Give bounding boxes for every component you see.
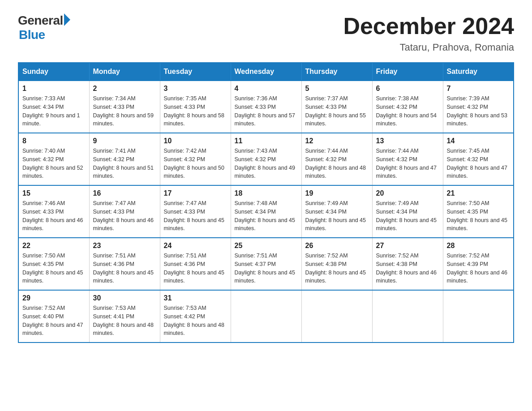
- calendar-body: 1Sunrise: 7:33 AMSunset: 4:34 PMDaylight…: [18, 81, 514, 342]
- logo-blue-text: Blue: [19, 28, 45, 42]
- header-wednesday: Wednesday: [231, 63, 301, 81]
- header-saturday: Saturday: [443, 63, 514, 81]
- day-info: Sunrise: 7:49 AMSunset: 4:34 PMDaylight:…: [376, 200, 437, 231]
- calendar-cell: 1Sunrise: 7:33 AMSunset: 4:34 PMDaylight…: [18, 81, 89, 133]
- day-number: 29: [22, 294, 86, 302]
- calendar-cell: 16Sunrise: 7:47 AMSunset: 4:33 PMDayligh…: [89, 185, 160, 238]
- calendar-cell: 9Sunrise: 7:41 AMSunset: 4:32 PMDaylight…: [89, 133, 160, 185]
- day-info: Sunrise: 7:52 AMSunset: 4:40 PMDaylight:…: [22, 305, 83, 336]
- day-number: 14: [447, 137, 510, 145]
- calendar-cell: 17Sunrise: 7:47 AMSunset: 4:33 PMDayligh…: [160, 185, 231, 238]
- day-number: 17: [164, 189, 227, 197]
- day-info: Sunrise: 7:53 AMSunset: 4:41 PMDaylight:…: [93, 305, 154, 336]
- day-info: Sunrise: 7:42 AMSunset: 4:32 PMDaylight:…: [164, 148, 225, 179]
- calendar-cell: 25Sunrise: 7:51 AMSunset: 4:37 PMDayligh…: [231, 238, 301, 290]
- day-info: Sunrise: 7:52 AMSunset: 4:38 PMDaylight:…: [376, 253, 437, 284]
- week-row-5: 29Sunrise: 7:52 AMSunset: 4:40 PMDayligh…: [18, 290, 514, 342]
- day-number: 27: [376, 242, 439, 250]
- day-info: Sunrise: 7:51 AMSunset: 4:37 PMDaylight:…: [235, 253, 296, 284]
- calendar-cell: 27Sunrise: 7:52 AMSunset: 4:38 PMDayligh…: [372, 238, 443, 290]
- header-monday: Monday: [89, 63, 160, 81]
- day-number: 4: [235, 85, 298, 93]
- day-number: 1: [22, 85, 86, 93]
- calendar-cell: 12Sunrise: 7:44 AMSunset: 4:32 PMDayligh…: [301, 133, 372, 185]
- logo-triangle-icon: [64, 13, 70, 26]
- week-row-3: 15Sunrise: 7:46 AMSunset: 4:33 PMDayligh…: [18, 185, 514, 238]
- calendar-cell: 21Sunrise: 7:50 AMSunset: 4:35 PMDayligh…: [443, 185, 514, 238]
- day-number: 28: [447, 242, 510, 250]
- day-number: 20: [376, 189, 439, 197]
- day-number: 5: [305, 85, 369, 93]
- day-number: 22: [22, 242, 86, 250]
- calendar-table: SundayMondayTuesdayWednesdayThursdayFrid…: [18, 62, 514, 343]
- day-info: Sunrise: 7:48 AMSunset: 4:34 PMDaylight:…: [235, 200, 296, 231]
- day-info: Sunrise: 7:53 AMSunset: 4:42 PMDaylight:…: [164, 305, 225, 336]
- calendar-cell: 8Sunrise: 7:40 AMSunset: 4:32 PMDaylight…: [18, 133, 89, 185]
- calendar-cell: 14Sunrise: 7:45 AMSunset: 4:32 PMDayligh…: [443, 133, 514, 185]
- day-info: Sunrise: 7:44 AMSunset: 4:32 PMDaylight:…: [305, 148, 366, 179]
- day-info: Sunrise: 7:51 AMSunset: 4:36 PMDaylight:…: [93, 253, 154, 284]
- calendar-cell: 6Sunrise: 7:38 AMSunset: 4:32 PMDaylight…: [372, 81, 443, 133]
- day-number: 11: [235, 137, 298, 145]
- day-info: Sunrise: 7:34 AMSunset: 4:33 PMDaylight:…: [93, 95, 154, 127]
- day-info: Sunrise: 7:50 AMSunset: 4:35 PMDaylight:…: [22, 253, 83, 284]
- day-number: 10: [164, 137, 227, 145]
- logo-top: General: [18, 13, 70, 28]
- calendar-cell: 30Sunrise: 7:53 AMSunset: 4:41 PMDayligh…: [89, 290, 160, 342]
- day-number: 18: [235, 189, 298, 197]
- day-number: 21: [447, 189, 510, 197]
- day-number: 2: [93, 85, 156, 93]
- calendar-cell: 19Sunrise: 7:49 AMSunset: 4:34 PMDayligh…: [301, 185, 372, 238]
- week-row-1: 1Sunrise: 7:33 AMSunset: 4:34 PMDaylight…: [18, 81, 514, 133]
- calendar-cell: [231, 290, 301, 342]
- day-number: 19: [305, 189, 369, 197]
- day-number: 7: [447, 85, 510, 93]
- logo: General Blue: [18, 13, 70, 42]
- calendar-cell: [301, 290, 372, 342]
- calendar-cell: 22Sunrise: 7:50 AMSunset: 4:35 PMDayligh…: [18, 238, 89, 290]
- day-info: Sunrise: 7:45 AMSunset: 4:32 PMDaylight:…: [447, 148, 508, 179]
- week-row-2: 8Sunrise: 7:40 AMSunset: 4:32 PMDaylight…: [18, 133, 514, 185]
- calendar-cell: 11Sunrise: 7:43 AMSunset: 4:32 PMDayligh…: [231, 133, 301, 185]
- day-number: 30: [93, 294, 156, 302]
- day-info: Sunrise: 7:47 AMSunset: 4:33 PMDaylight:…: [164, 200, 225, 231]
- calendar-header: SundayMondayTuesdayWednesdayThursdayFrid…: [18, 63, 514, 81]
- month-title: December 2024: [343, 13, 514, 39]
- calendar-cell: 29Sunrise: 7:52 AMSunset: 4:40 PMDayligh…: [18, 290, 89, 342]
- day-number: 16: [93, 189, 156, 197]
- day-info: Sunrise: 7:46 AMSunset: 4:33 PMDaylight:…: [22, 200, 83, 231]
- calendar-cell: [443, 290, 514, 342]
- day-number: 25: [235, 242, 298, 250]
- day-info: Sunrise: 7:38 AMSunset: 4:32 PMDaylight:…: [376, 95, 437, 127]
- day-number: 31: [164, 294, 227, 302]
- calendar-cell: 4Sunrise: 7:36 AMSunset: 4:33 PMDaylight…: [231, 81, 301, 133]
- day-info: Sunrise: 7:39 AMSunset: 4:32 PMDaylight:…: [447, 95, 508, 127]
- title-section: December 2024 Tataru, Prahova, Romania: [343, 13, 514, 53]
- day-info: Sunrise: 7:52 AMSunset: 4:39 PMDaylight:…: [447, 253, 508, 284]
- day-info: Sunrise: 7:36 AMSunset: 4:33 PMDaylight:…: [235, 95, 296, 127]
- calendar-cell: 5Sunrise: 7:37 AMSunset: 4:33 PMDaylight…: [301, 81, 372, 133]
- calendar-cell: [372, 290, 443, 342]
- location: Tataru, Prahova, Romania: [343, 42, 514, 53]
- day-number: 9: [93, 137, 156, 145]
- day-number: 13: [376, 137, 439, 145]
- header-tuesday: Tuesday: [160, 63, 231, 81]
- week-row-4: 22Sunrise: 7:50 AMSunset: 4:35 PMDayligh…: [18, 238, 514, 290]
- calendar-cell: 26Sunrise: 7:52 AMSunset: 4:38 PMDayligh…: [301, 238, 372, 290]
- day-number: 3: [164, 85, 227, 93]
- day-number: 6: [376, 85, 439, 93]
- day-info: Sunrise: 7:41 AMSunset: 4:32 PMDaylight:…: [93, 148, 154, 179]
- page-header: General Blue December 2024 Tataru, Praho…: [18, 13, 514, 53]
- calendar-cell: 23Sunrise: 7:51 AMSunset: 4:36 PMDayligh…: [89, 238, 160, 290]
- calendar-cell: 15Sunrise: 7:46 AMSunset: 4:33 PMDayligh…: [18, 185, 89, 238]
- calendar-cell: 13Sunrise: 7:44 AMSunset: 4:32 PMDayligh…: [372, 133, 443, 185]
- header-sunday: Sunday: [18, 63, 89, 81]
- day-number: 23: [93, 242, 156, 250]
- day-info: Sunrise: 7:50 AMSunset: 4:35 PMDaylight:…: [447, 200, 508, 231]
- day-info: Sunrise: 7:47 AMSunset: 4:33 PMDaylight:…: [93, 200, 154, 231]
- header-thursday: Thursday: [301, 63, 372, 81]
- logo-general-text: General: [18, 13, 63, 28]
- day-number: 26: [305, 242, 369, 250]
- calendar-cell: 20Sunrise: 7:49 AMSunset: 4:34 PMDayligh…: [372, 185, 443, 238]
- calendar-cell: 10Sunrise: 7:42 AMSunset: 4:32 PMDayligh…: [160, 133, 231, 185]
